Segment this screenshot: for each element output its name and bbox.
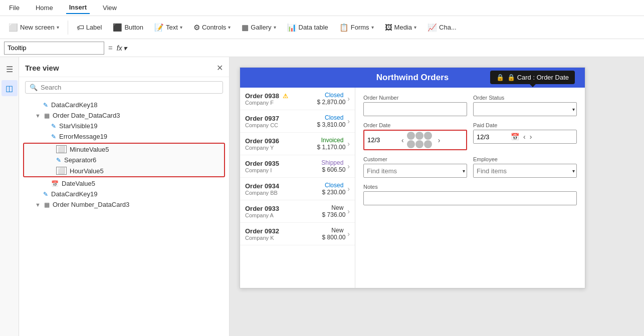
fx-label: fx [117, 44, 122, 52]
order-number: Order 0935 [245, 160, 321, 167]
equals-sign: = [108, 44, 113, 52]
order-info: Order 0934 Company BB [245, 182, 322, 196]
tree-item-label: StarVisible19 [59, 122, 97, 130]
order-row[interactable]: Order 0932 Company K New $ 800.00 › [240, 223, 355, 245]
order-right: Closed $ 3,810.00 [317, 114, 346, 128]
date-nav-right-icon[interactable]: › [436, 136, 443, 144]
card-icon: ✎ [43, 191, 48, 198]
tooltip-popup: 🔒 🔒 Card : Order Date [490, 71, 575, 84]
new-screen-label: New screen [20, 24, 55, 31]
layers-icon[interactable]: ◫ [2, 80, 18, 96]
tree-item-datacardkey19[interactable]: ✎ DataCardKey19 [19, 189, 229, 199]
order-row[interactable]: Order 0933 Company A New $ 736.00 › [240, 200, 355, 223]
order-company: Company BB [245, 190, 322, 196]
hamburger-menu-icon[interactable]: ☰ [2, 61, 18, 77]
close-sidebar-button[interactable]: ✕ [217, 63, 223, 73]
tree-item-datevalue5[interactable]: 📅 DateValue5 [19, 178, 229, 189]
collapse-icon: ▼ [35, 113, 41, 119]
order-row[interactable]: Order 0936 Company Y Invoiced $ 1,170.00… [240, 133, 355, 155]
notes-input[interactable] [363, 191, 577, 205]
input-icon: ⬜ [56, 145, 67, 153]
new-screen-icon: ⬜ [9, 23, 18, 32]
button-button[interactable]: ⬛ Button [108, 21, 148, 35]
order-date-label: Order Date [363, 122, 467, 128]
orders-list: Order 0938 ⚠ Company F Closed $ 2,870.00… [240, 88, 355, 288]
property-selector[interactable] [4, 42, 104, 55]
gallery-caret-icon: ▾ [274, 25, 276, 30]
order-company: Company I [245, 167, 321, 173]
text-icon: 📝 [154, 23, 164, 32]
customer-input[interactable] [363, 164, 467, 178]
tree-item-minutevalue5[interactable]: ⬜ MinuteValue5 [24, 144, 224, 155]
order-number-input[interactable] [363, 102, 467, 116]
tree-item-datacardkey18[interactable]: ✎ DataCardKey18 [19, 100, 229, 110]
tree-item-label: DateValue5 [62, 180, 95, 187]
tree-item-starvisible19[interactable]: ✎ StarVisible19 [19, 121, 229, 131]
tree-item-errormessage19[interactable]: ✎ ErrorMessage19 [19, 131, 229, 142]
new-screen-button[interactable]: ⬜ New screen ▾ [4, 21, 64, 35]
paid-date-nav-left-icon[interactable]: ‹ [521, 133, 528, 141]
charts-button[interactable]: 📈 Cha... [423, 21, 461, 35]
form-panel: Order Number Order Status ▾ [355, 88, 585, 288]
paid-date-calendar-icon[interactable]: 📅 [509, 133, 521, 141]
order-info: Order 0935 Company I [245, 160, 321, 173]
orders-panel: Order 0938 ⚠ Company F Closed $ 2,870.00… [240, 88, 585, 288]
tree-item-order-date-datacard3[interactable]: ▼ ▦ Order Date_DataCard3 [19, 110, 229, 121]
search-input[interactable] [41, 84, 219, 91]
employee-input[interactable] [473, 164, 577, 178]
media-icon: 🖼 [385, 23, 392, 32]
menu-home[interactable]: Home [33, 2, 56, 14]
order-right: Invoiced $ 1,170.00 [317, 137, 346, 151]
controls-button[interactable]: ⚙ Controls ▾ [189, 21, 235, 35]
label-button[interactable]: 🏷 Label [72, 21, 107, 34]
fx-button[interactable]: fx ▾ [117, 44, 127, 52]
date-nav-left-icon[interactable]: ‹ [399, 136, 406, 144]
gallery-button[interactable]: ▦ Gallery ▾ [237, 21, 280, 35]
menu-view[interactable]: View [100, 2, 120, 14]
paid-date-nav-right-icon[interactable]: › [528, 133, 534, 141]
tree-item-separator6[interactable]: ✎ Separator6 [24, 155, 224, 165]
new-screen-caret-icon: ▾ [57, 25, 59, 30]
order-right: New $ 800.00 [322, 227, 346, 241]
media-button[interactable]: 🖼 Media ▾ [380, 21, 421, 34]
tree-items: ✎ DataCardKey18 ▼ ▦ Order Date_DataCard3… [19, 98, 229, 336]
order-status: Closed [317, 114, 344, 121]
order-status-select[interactable] [473, 102, 577, 116]
forms-button[interactable]: 📋 Forms ▾ [335, 21, 378, 35]
tree-item-label: MinuteValue5 [70, 146, 109, 153]
menu-insert[interactable]: Insert [66, 2, 90, 14]
order-row[interactable]: Order 0934 Company BB Closed $ 230.00 › [240, 178, 355, 200]
paid-date-input[interactable] [474, 130, 509, 144]
order-row[interactable]: Order 0935 Company I Shipped $ 606.50 › [240, 155, 355, 178]
order-number-field: Order Number [363, 95, 467, 116]
text-button[interactable]: 📝 Text ▾ [150, 21, 187, 35]
order-info: Order 0933 Company A [245, 205, 322, 218]
card-icon: ✎ [51, 133, 56, 140]
order-amount: $ 606.50 [321, 166, 345, 173]
paid-date-field: Paid Date 📅 ‹ › [473, 122, 577, 150]
tree-view-title: Tree view [25, 64, 59, 72]
order-amount: $ 2,870.00 [317, 99, 346, 106]
tree-item-order-number-datacard3[interactable]: ▼ ▦ Order Number_DataCard3 [19, 199, 229, 210]
order-amount: $ 1,170.00 [317, 144, 346, 151]
tree-item-hourvalue5[interactable]: ⬜ HourValue5 [24, 165, 224, 176]
menu-file[interactable]: File [6, 2, 23, 14]
order-right: Shipped $ 606.50 [321, 159, 345, 173]
form-row-2: Order Date ‹ [363, 122, 577, 150]
data-table-button[interactable]: 📊 Data table [283, 21, 333, 35]
card-icon: ✎ [43, 102, 48, 109]
paid-date-label: Paid Date [473, 122, 577, 128]
order-date-input[interactable] [364, 133, 399, 147]
order-row[interactable]: Order 0938 ⚠ Company F Closed $ 2,870.00… [240, 88, 355, 110]
order-right: New $ 736.00 [322, 204, 346, 218]
order-row[interactable]: Order 0937 Company CC Closed $ 3,810.00 … [240, 110, 355, 133]
toolbar-divider-1 [68, 21, 68, 35]
order-company: Company A [245, 212, 322, 218]
employee-field: Employee ▾ [473, 156, 577, 178]
main-area: ☰ ◫ Tree view ✕ 🔍 ✎ DataCardKey18 ▼ [0, 57, 644, 336]
date-icon: 📅 [51, 180, 59, 187]
order-info: Order 0932 Company K [245, 227, 322, 241]
order-chevron-icon: › [347, 140, 350, 148]
employee-label: Employee [473, 156, 577, 162]
order-number: Order 0938 ⚠ [245, 92, 317, 100]
